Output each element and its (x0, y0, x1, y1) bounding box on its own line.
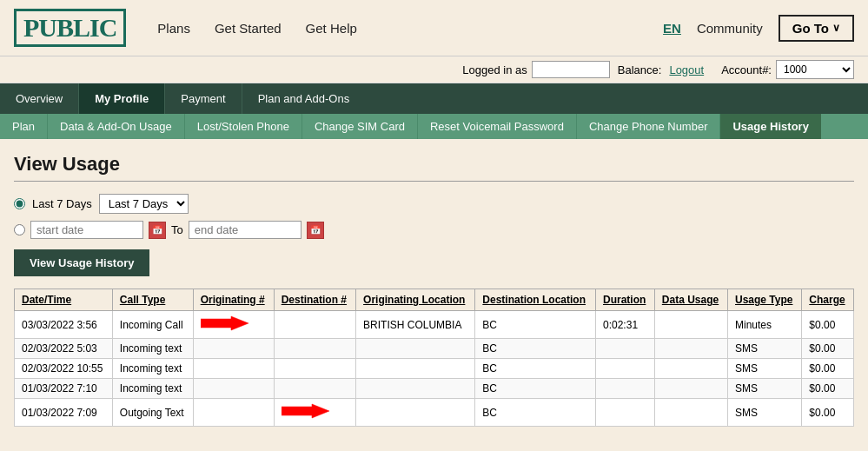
col-data-usage: Data Usage (654, 289, 727, 311)
last7-select[interactable]: Last 7 Days (99, 194, 189, 214)
cell-dest-loc: BC (475, 311, 596, 339)
sub-nav-plan[interactable]: Plan (0, 114, 48, 139)
logo[interactable]: PUBLIC (14, 9, 126, 47)
logged-in-input[interactable] (532, 61, 610, 78)
tab-payment[interactable]: Payment (165, 83, 242, 114)
cell-data-usage (654, 399, 727, 427)
col-dest-num: Destination # (274, 289, 355, 311)
sub-nav-lost-stolen[interactable]: Lost/Stolen Phone (185, 114, 302, 139)
cell-orig-num (193, 339, 274, 359)
cell-orig-num (193, 359, 274, 379)
col-datetime: Date/Time (15, 289, 113, 311)
red-arrow-icon (282, 410, 329, 422)
table-row: 03/03/2022 3:56Incoming CallBRITISH COLU… (15, 311, 854, 339)
cell-call-type: Incoming text (112, 379, 193, 399)
chevron-down-icon: ∨ (832, 22, 840, 34)
tab-overview[interactable]: Overview (0, 83, 79, 114)
cell-dest-num (274, 311, 355, 339)
login-bar: Logged in as Balance: Logout Account#: 1… (0, 56, 868, 83)
svg-marker-0 (201, 316, 248, 330)
cell-charge: $0.00 (802, 379, 854, 399)
logout-link[interactable]: Logout (669, 63, 704, 76)
view-usage-button[interactable]: View Usage History (14, 249, 149, 276)
sub-nav-change-phone[interactable]: Change Phone Number (577, 114, 721, 139)
nav-get-started[interactable]: Get Started (215, 21, 282, 36)
main-nav: Plans Get Started Get Help (157, 21, 663, 36)
cell-charge: $0.00 (802, 311, 854, 339)
start-cal-icon[interactable]: 📅 (149, 222, 166, 239)
language-en[interactable]: EN (663, 21, 681, 36)
logged-in-label: Logged in as (462, 63, 527, 76)
cell-dest-loc: BC (475, 359, 596, 379)
divider (14, 181, 854, 182)
cell-usage-type: SMS (728, 399, 802, 427)
cell-call-type: Incoming text (112, 339, 193, 359)
usage-table: Date/Time Call Type Originating # Destin… (14, 289, 854, 427)
date-controls: Last 7 Days Last 7 Days 📅 To 📅 View Usag… (14, 194, 854, 276)
cell-call-type: Incoming Call (112, 311, 193, 339)
col-duration: Duration (596, 289, 655, 311)
cell-orig-loc (356, 379, 475, 399)
cell-data-usage (654, 339, 727, 359)
col-dest-loc: Destination Location (475, 289, 596, 311)
col-call-type: Call Type (112, 289, 193, 311)
page-content: View Usage Last 7 Days Last 7 Days 📅 To … (0, 139, 868, 441)
table-row: 01/03/2022 7:09Outgoing TextBCSMS$0.00 (15, 399, 854, 427)
svg-marker-1 (282, 404, 329, 418)
col-usage-type: Usage Type (728, 289, 802, 311)
page-title: View Usage (14, 153, 854, 176)
community-link[interactable]: Community (697, 21, 763, 36)
start-date-input[interactable] (30, 221, 143, 239)
account-label: Account#: (721, 63, 772, 76)
top-right: EN Community Go To ∨ (663, 15, 854, 42)
cell-orig-loc (356, 399, 475, 427)
cell-usage-type: SMS (728, 379, 802, 399)
custom-radio[interactable] (14, 224, 25, 235)
col-orig-loc: Originating Location (356, 289, 475, 311)
sub-nav-reset-voicemail[interactable]: Reset Voicemail Password (418, 114, 577, 139)
balance-label: Balance: (618, 63, 662, 76)
cell-dest-loc: BC (475, 379, 596, 399)
nav-plans[interactable]: Plans (157, 21, 190, 36)
last7-label: Last 7 Days (32, 197, 92, 210)
cell-data-usage (654, 359, 727, 379)
cell-dest-num (274, 359, 355, 379)
table-row: 01/03/2022 7:10Incoming textBCSMS$0.00 (15, 379, 854, 399)
cell-orig-num (193, 311, 274, 339)
goto-button[interactable]: Go To ∨ (779, 15, 854, 42)
cell-duration (596, 379, 655, 399)
to-label: To (171, 223, 183, 236)
account-select[interactable]: 1000 (776, 60, 854, 79)
cell-call-type: Outgoing Text (112, 399, 193, 427)
cell-datetime: 03/03/2022 3:56 (15, 311, 113, 339)
table-row: 02/03/2022 10:55Incoming textBCSMS$0.00 (15, 359, 854, 379)
cell-dest-num (274, 399, 355, 427)
cell-charge: $0.00 (802, 399, 854, 427)
cell-dest-loc: BC (475, 339, 596, 359)
cell-orig-loc (356, 339, 475, 359)
cell-usage-type: SMS (728, 339, 802, 359)
cell-charge: $0.00 (802, 339, 854, 359)
tab-nav: Overview My Profile Payment Plan and Add… (0, 83, 868, 114)
cell-datetime: 01/03/2022 7:09 (15, 399, 113, 427)
last7-radio[interactable] (14, 198, 25, 209)
tab-plan-addons[interactable]: Plan and Add-Ons (242, 83, 366, 114)
red-arrow-icon (201, 322, 248, 335)
cell-duration: 0:02:31 (596, 311, 655, 339)
cell-datetime: 02/03/2022 10:55 (15, 359, 113, 379)
sub-nav-change-sim[interactable]: Change SIM Card (302, 114, 418, 139)
table-row: 02/03/2022 5:03Incoming textBCSMS$0.00 (15, 339, 854, 359)
sub-nav: Plan Data & Add-On Usage Lost/Stolen Pho… (0, 114, 868, 139)
cell-charge: $0.00 (802, 359, 854, 379)
sub-nav-data-addon[interactable]: Data & Add-On Usage (48, 114, 185, 139)
sub-nav-usage-history[interactable]: Usage History (720, 114, 820, 139)
end-cal-icon[interactable]: 📅 (307, 222, 324, 239)
cell-orig-loc: BRITISH COLUMBIA (356, 311, 475, 339)
cell-orig-loc (356, 359, 475, 379)
cell-duration (596, 339, 655, 359)
end-date-input[interactable] (189, 221, 301, 239)
tab-my-profile[interactable]: My Profile (79, 83, 165, 114)
cell-orig-num (193, 399, 274, 427)
nav-get-help[interactable]: Get Help (306, 21, 357, 36)
cell-call-type: Incoming text (112, 359, 193, 379)
